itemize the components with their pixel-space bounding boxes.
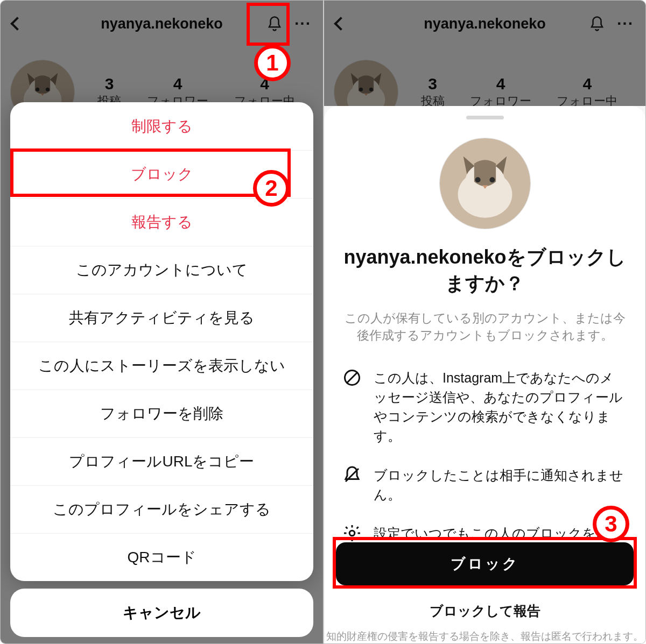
- avatar-large: [439, 138, 531, 229]
- sheet-item-about[interactable]: このアカウントについて: [10, 246, 313, 294]
- more-options-icon[interactable]: ···: [617, 16, 634, 32]
- svg-line-16: [347, 372, 358, 383]
- svg-point-18: [349, 530, 355, 536]
- back-icon[interactable]: [10, 17, 24, 30]
- svg-point-14: [489, 177, 495, 182]
- no-view-icon: [342, 368, 362, 387]
- sheet-item-shared[interactable]: 共有アクティビティを見る: [10, 294, 313, 342]
- sheet-item-hidestory[interactable]: この人にストーリーズを表示しない: [10, 342, 313, 390]
- bell-icon[interactable]: [266, 16, 283, 32]
- annotation-badge-1: 1: [254, 45, 291, 81]
- bell-icon[interactable]: [589, 16, 605, 32]
- sheet-item-qr[interactable]: QRコード: [10, 533, 313, 581]
- step1-step2-panel: nyanya.nekoneko ··· 3投稿 4フォロワー 4フォロー中: [1, 1, 323, 644]
- sheet-item-restrict[interactable]: 制限する: [10, 102, 313, 150]
- more-options-icon[interactable]: ···: [294, 16, 311, 32]
- sheet-cancel-button[interactable]: キャンセル: [10, 589, 313, 637]
- annotation-box-2: [10, 148, 291, 197]
- bell-off-icon: [342, 465, 362, 485]
- step3-panel: nyanya.nekoneko ··· 3投稿 4フォロワー 4フォロー中: [323, 1, 645, 644]
- confirm-info-list: この人は、Instagram上であなたへのメッセージ送信や、あなたのプロフィール…: [340, 368, 629, 563]
- confirm-title: nyanya.nekonekoをブロックしますか？: [340, 244, 629, 296]
- annotation-badge-2: 2: [253, 170, 290, 207]
- confirm-disclaimer: 知的財産権の侵害を報告する場合を除き、報告は匿名で行われます。: [324, 629, 645, 643]
- sheet-grabber[interactable]: [466, 116, 504, 119]
- sheet-item-copyurl[interactable]: プロフィールURLをコピー: [10, 437, 313, 485]
- sheet-item-removefw[interactable]: フォロワーを削除: [10, 390, 313, 437]
- annotation-box-3: [333, 537, 637, 589]
- confirm-subtitle: この人が保有している別のアカウント、または今後作成するアカウントもブロックされま…: [340, 309, 629, 344]
- back-icon[interactable]: [334, 17, 347, 30]
- sheet-item-share[interactable]: このプロフィールをシェアする: [10, 485, 313, 533]
- annotation-badge-3: 3: [593, 506, 629, 542]
- svg-point-13: [475, 177, 480, 182]
- block-and-report-button[interactable]: ブロックして報告: [336, 592, 634, 629]
